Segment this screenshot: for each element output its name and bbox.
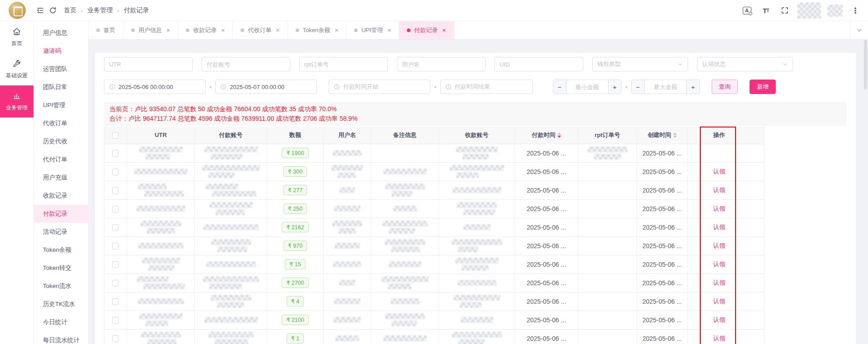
tab-close-icon[interactable]: × (442, 27, 446, 34)
row-checkbox[interactable] (112, 335, 119, 342)
sort-desc-icon[interactable] (557, 136, 561, 138)
sidebar-item-Token流水[interactable]: Token流水 (34, 277, 88, 295)
masked-data (458, 246, 478, 252)
tab-收款记录[interactable]: 收款记录× (178, 21, 233, 39)
claim-link[interactable]: 认领 (713, 316, 725, 323)
breadcrumb-item[interactable]: 首页 (64, 6, 76, 14)
sidebar-item-每日流水统计[interactable]: 每日流水统计 (34, 331, 88, 344)
row-checkbox[interactable] (112, 243, 119, 250)
payment-time-cell: 2025-05-06 ... (515, 311, 578, 329)
tab-close-icon[interactable]: × (221, 27, 225, 34)
claim-link[interactable]: 认领 (713, 298, 725, 305)
max-amount-decrement-button[interactable]: − (632, 80, 645, 94)
max-amount-increment-button[interactable]: + (686, 80, 699, 94)
sidebar-item-UPI管理[interactable]: UPI管理 (34, 96, 88, 114)
sidebar-item-代收订单[interactable]: 代收订单 (34, 114, 88, 132)
tab-close-icon[interactable]: × (276, 27, 279, 34)
more-menu-icon[interactable]: ⋮ (849, 4, 862, 17)
date-from-input[interactable]: 2025-05-06 00:00:00 (104, 80, 206, 94)
claim-link[interactable]: 认领 (713, 205, 725, 212)
sidebar-item-代付订单[interactable]: 代付订单 (34, 151, 88, 169)
column-header-付款时间[interactable]: 付款时间 (515, 127, 578, 144)
claim-link[interactable]: 认领 (713, 168, 725, 175)
tab-UPI管理[interactable]: UPI管理× (346, 21, 399, 39)
row-checkbox[interactable] (112, 206, 119, 212)
app-logo[interactable] (9, 2, 26, 19)
date-to-input[interactable]: 2025-05-07 00:00:00 (215, 80, 317, 94)
pay-time-end-input[interactable]: 付款时间结束 (440, 80, 533, 94)
row-checkbox[interactable] (112, 280, 119, 287)
tab-close-icon[interactable]: × (387, 27, 391, 34)
sort-control[interactable] (557, 132, 561, 138)
sidebar-item-历史代收[interactable]: 历史代收 (34, 132, 88, 151)
column-header-创建时间[interactable]: 创建时间 (637, 127, 688, 144)
max-amount-input[interactable] (645, 80, 686, 94)
sort-asc-icon[interactable] (673, 132, 677, 135)
row-checkbox[interactable] (112, 298, 119, 305)
rail-item-业务管理[interactable]: 业务管理 (0, 85, 33, 118)
rail-item-首页[interactable]: 首页 (0, 21, 33, 53)
breadcrumb-item[interactable]: 业务管理 (87, 6, 113, 14)
page-scrollbar[interactable] (864, 24, 867, 340)
min-amount-decrement-button[interactable]: − (553, 80, 566, 94)
claim-link[interactable]: 认领 (713, 224, 725, 231)
sidebar-item-活动记录[interactable]: 活动记录 (34, 223, 88, 241)
tab-Token余额[interactable]: Token余额× (288, 21, 347, 39)
sidebar-item-用户信息[interactable]: 用户信息 (34, 24, 88, 42)
payment-account-input[interactable] (202, 57, 290, 71)
tab-close-icon[interactable]: × (335, 27, 338, 34)
claim-link[interactable]: 认领 (713, 242, 725, 249)
sort-desc-icon[interactable] (673, 136, 677, 138)
scrollbar-thumb[interactable] (864, 40, 867, 90)
pay-time-start-input[interactable]: 付款时间开始 (329, 80, 430, 94)
row-checkbox[interactable] (112, 169, 119, 175)
sidebar-item-今日统计[interactable]: 今日统计 (34, 313, 88, 331)
min-amount-input[interactable] (566, 80, 608, 94)
masked-data (462, 265, 489, 271)
sidebar-item-邀请码[interactable]: 邀请码 (34, 42, 88, 60)
translate-icon[interactable]: A (741, 4, 753, 17)
sidebar-item-收款记录[interactable]: 收款记录 (34, 187, 88, 205)
breadcrumb-item[interactable]: 付款记录 (124, 6, 149, 14)
tab-用户信息[interactable]: 用户信息× (123, 21, 178, 39)
row-checkbox[interactable] (112, 150, 119, 157)
tab-首页[interactable]: 首页 (89, 21, 123, 39)
wallet-type-select[interactable]: 钱包类型 (592, 57, 688, 71)
avatar[interactable] (797, 2, 821, 19)
sidebar-item-运营团队[interactable]: 运营团队 (34, 60, 88, 78)
min-amount-increment-button[interactable]: + (608, 80, 621, 94)
collapse-sidebar-icon[interactable] (34, 4, 47, 17)
sidebar-item-团队日常[interactable]: 团队日常 (34, 78, 88, 96)
sidebar-item-付款记录[interactable]: 付款记录 (34, 205, 88, 223)
tab-代收订单[interactable]: 代收订单× (233, 21, 288, 39)
claim-link[interactable]: 认领 (713, 187, 725, 193)
sidebar-item-用户充值[interactable]: 用户充值 (34, 169, 88, 187)
row-checkbox[interactable] (112, 317, 119, 324)
tab-close-icon[interactable]: × (166, 27, 170, 34)
rail-item-基础设置[interactable]: 基础设置 (0, 53, 33, 85)
claim-link[interactable]: 认领 (713, 335, 725, 342)
rpt-order-input[interactable] (299, 57, 388, 71)
select-all-checkbox[interactable] (112, 132, 119, 139)
query-button[interactable]: 查询 (712, 80, 738, 94)
sidebar-item-Token转交[interactable]: Token转交 (34, 259, 88, 277)
row-checkbox[interactable] (112, 187, 119, 194)
claim-link[interactable]: 认领 (713, 261, 725, 268)
sidebar-item-历史TK流水[interactable]: 历史TK流水 (34, 295, 88, 313)
sort-asc-icon[interactable] (557, 132, 561, 135)
add-button[interactable]: 新增 (750, 80, 776, 94)
font-size-icon[interactable]: TT (760, 4, 772, 17)
fullscreen-icon[interactable] (778, 4, 791, 17)
username-input[interactable] (397, 57, 486, 71)
tab-付款记录[interactable]: 付款记录× (399, 21, 454, 39)
claim-link[interactable]: 认领 (713, 279, 725, 286)
utr-input[interactable] (104, 57, 193, 71)
sort-control[interactable] (673, 132, 677, 138)
row-checkbox[interactable] (112, 224, 119, 231)
uid-input[interactable] (495, 57, 583, 71)
row-checkbox[interactable] (112, 261, 119, 268)
sidebar-item-Token余额[interactable]: Token余额 (34, 241, 88, 259)
refresh-icon[interactable] (47, 4, 59, 17)
claim-status-select[interactable]: 认领状态 (697, 57, 793, 71)
user-menu[interactable] (827, 5, 843, 17)
